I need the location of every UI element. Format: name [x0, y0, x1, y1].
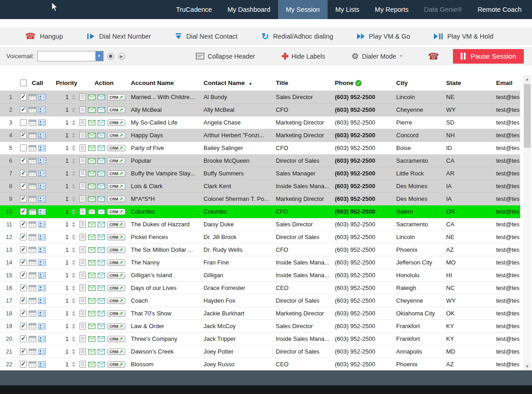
collapse-header-button[interactable]: Collapse Header — [196, 53, 255, 60]
dialer-mode-button[interactable]: ⚙ Dialer Mode ▼ — [351, 52, 403, 60]
email-icon[interactable] — [88, 95, 95, 100]
email-icon[interactable] — [88, 311, 95, 316]
table-row[interactable]: 21 1 CRM ↗ — [0, 345, 520, 358]
calendar-icon[interactable] — [29, 170, 36, 177]
call-checkbox[interactable] — [20, 323, 27, 329]
priority-spinner[interactable] — [72, 209, 75, 214]
hide-labels-button[interactable]: Hide Labels — [282, 53, 325, 60]
record-voicemail-button[interactable] — [107, 53, 114, 60]
priority-spinner[interactable] — [72, 120, 75, 125]
contact-card-icon[interactable] — [38, 298, 46, 304]
email-column-header[interactable]: Email — [495, 80, 519, 86]
phone-icon[interactable]: ☎ — [428, 52, 439, 61]
email-icon[interactable] — [88, 247, 95, 253]
priority-spinner[interactable] — [72, 184, 75, 189]
calendar-icon[interactable] — [29, 272, 36, 279]
nav-remote-coach[interactable]: Remote Coach — [470, 0, 529, 19]
contact-card-icon[interactable] — [38, 349, 46, 355]
crm-link[interactable]: CRM ↗ — [107, 158, 125, 164]
priority-spinner[interactable] — [72, 95, 75, 100]
envelope-icon[interactable] — [98, 362, 105, 367]
call-checkbox[interactable] — [20, 246, 27, 253]
crm-link[interactable]: CRM ↗ — [107, 361, 125, 368]
call-checkbox[interactable] — [20, 361, 27, 368]
email-icon[interactable] — [88, 362, 95, 367]
envelope-icon[interactable] — [98, 285, 105, 291]
table-row[interactable]: 1 1 CRM ↗ — [0, 91, 520, 104]
calendar-icon[interactable] — [29, 310, 36, 317]
crm-link[interactable]: CRM ↗ — [107, 234, 125, 240]
envelope-icon[interactable] — [98, 171, 105, 176]
contact-card-icon[interactable] — [38, 259, 46, 266]
call-checkbox[interactable] — [20, 208, 27, 215]
priority-spinner[interactable] — [72, 298, 75, 304]
table-row[interactable]: 7 1 CRM ↗ — [0, 167, 520, 180]
contact-card-icon[interactable] — [38, 336, 46, 342]
email-icon[interactable] — [88, 349, 95, 354]
crm-link[interactable]: CRM ↗ — [107, 259, 125, 266]
crm-link[interactable]: CRM ↗ — [107, 107, 125, 113]
scroll-up-button[interactable]: ▲ — [523, 75, 531, 83]
email-icon[interactable] — [88, 145, 95, 151]
contact-card-icon[interactable] — [38, 247, 46, 253]
crm-link[interactable]: CRM ↗ — [107, 272, 125, 279]
email-icon[interactable] — [88, 133, 95, 138]
contact-card-icon[interactable] — [38, 272, 46, 279]
contact-name-column-header[interactable]: Contact Name ▲ — [203, 80, 275, 86]
voicemail-select[interactable]: ▼ — [37, 51, 104, 61]
crm-link[interactable]: CRM ↗ — [107, 336, 125, 342]
crm-link[interactable]: CRM ↗ — [107, 247, 125, 253]
table-row[interactable]: 12 1 CRM ↗ — [0, 231, 520, 244]
envelope-icon[interactable] — [98, 158, 105, 164]
contact-card-icon[interactable] — [38, 94, 46, 100]
contact-card-icon[interactable] — [38, 234, 46, 240]
notes-icon[interactable] — [80, 221, 86, 228]
contact-card-icon[interactable] — [38, 221, 46, 228]
contact-card-icon[interactable] — [38, 285, 46, 291]
email-icon[interactable] — [88, 260, 95, 265]
priority-spinner[interactable] — [72, 273, 75, 278]
notes-icon[interactable] — [80, 132, 86, 139]
call-checkbox[interactable] — [20, 195, 27, 202]
contact-card-icon[interactable] — [38, 196, 46, 202]
priority-spinner[interactable] — [72, 247, 75, 253]
contact-card-icon[interactable] — [38, 120, 46, 126]
crm-link[interactable]: CRM ↗ — [107, 94, 125, 100]
priority-spinner[interactable] — [72, 349, 75, 354]
nav-my-reports[interactable]: My Reports — [367, 0, 416, 19]
contact-card-icon[interactable] — [38, 170, 46, 177]
notes-icon[interactable] — [80, 145, 86, 151]
envelope-icon[interactable] — [98, 273, 105, 278]
notes-icon[interactable] — [80, 272, 86, 279]
crm-link[interactable]: CRM ↗ — [107, 209, 125, 215]
contact-card-icon[interactable] — [38, 323, 46, 329]
play-vm-go-button[interactable]: Play VM & Go — [357, 33, 410, 40]
envelope-icon[interactable] — [98, 196, 105, 202]
envelope-icon[interactable] — [98, 324, 105, 329]
calendar-icon[interactable] — [29, 94, 36, 100]
call-checkbox[interactable] — [20, 106, 27, 113]
contact-card-icon[interactable] — [38, 209, 46, 215]
crm-link[interactable]: CRM ↗ — [107, 310, 125, 317]
vertical-scrollbar[interactable]: ▲ ▼ — [523, 75, 531, 370]
crm-link[interactable]: CRM ↗ — [107, 183, 125, 190]
contact-card-icon[interactable] — [38, 361, 46, 368]
contact-card-icon[interactable] — [38, 145, 46, 151]
table-row[interactable]: 9 1 CRM ↗ — [0, 193, 520, 205]
call-checkbox[interactable] — [20, 234, 27, 240]
calendar-icon[interactable] — [29, 107, 36, 113]
pause-session-button[interactable]: Pause Session — [453, 49, 524, 64]
envelope-icon[interactable] — [98, 133, 105, 138]
envelope-icon[interactable] — [98, 234, 105, 240]
notes-icon[interactable] — [80, 170, 86, 177]
calendar-icon[interactable] — [29, 298, 36, 304]
calendar-icon[interactable] — [29, 209, 36, 215]
email-icon[interactable] — [88, 209, 95, 214]
notes-icon[interactable] — [80, 310, 86, 317]
email-icon[interactable] — [88, 336, 95, 342]
crm-link[interactable]: CRM ↗ — [107, 298, 125, 304]
email-icon[interactable] — [88, 324, 95, 329]
call-checkbox[interactable] — [20, 259, 27, 266]
calendar-icon[interactable] — [29, 145, 36, 151]
email-icon[interactable] — [88, 171, 95, 176]
